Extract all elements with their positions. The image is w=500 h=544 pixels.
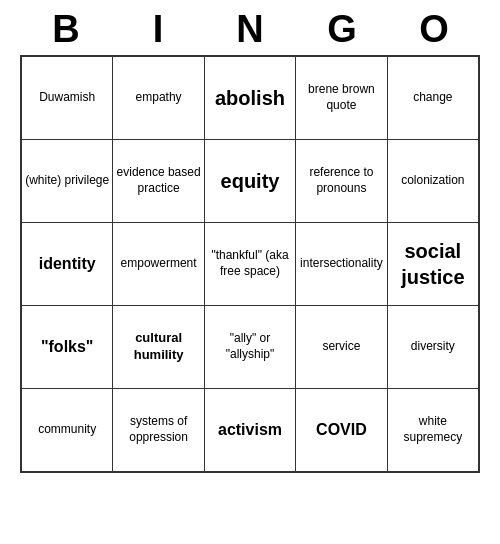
bingo-row: communitysystems of oppressionactivismCO… bbox=[22, 389, 478, 471]
bingo-cell: equity bbox=[205, 140, 296, 222]
bingo-cell: COVID bbox=[296, 389, 387, 471]
title-letter: B bbox=[36, 8, 96, 51]
bingo-cell: white supremecy bbox=[388, 389, 478, 471]
bingo-cell: community bbox=[22, 389, 113, 471]
title-letter: G bbox=[312, 8, 372, 51]
bingo-cell: brene brown quote bbox=[296, 57, 387, 139]
bingo-cell: "folks" bbox=[22, 306, 113, 388]
bingo-cell: activism bbox=[205, 389, 296, 471]
title-letter: O bbox=[404, 8, 464, 51]
bingo-cell: colonization bbox=[388, 140, 478, 222]
title-letter: I bbox=[128, 8, 188, 51]
bingo-cell: change bbox=[388, 57, 478, 139]
bingo-cell: empowerment bbox=[113, 223, 204, 305]
bingo-cell: intersectionality bbox=[296, 223, 387, 305]
bingo-cell: social justice bbox=[388, 223, 478, 305]
title-letter: N bbox=[220, 8, 280, 51]
bingo-cell: systems of oppression bbox=[113, 389, 204, 471]
bingo-row: "folks"cultural humility"ally" or "allys… bbox=[22, 306, 478, 389]
bingo-cell: Duwamish bbox=[22, 57, 113, 139]
bingo-cell: empathy bbox=[113, 57, 204, 139]
bingo-cell: diversity bbox=[388, 306, 478, 388]
bingo-cell: identity bbox=[22, 223, 113, 305]
bingo-cell: cultural humility bbox=[113, 306, 204, 388]
bingo-row: (white) privilegeevidence based practice… bbox=[22, 140, 478, 223]
bingo-row: identityempowerment"thankful" (aka free … bbox=[22, 223, 478, 306]
bingo-cell: (white) privilege bbox=[22, 140, 113, 222]
bingo-cell: service bbox=[296, 306, 387, 388]
bingo-grid: Duwamishempathyabolishbrene brown quotec… bbox=[20, 55, 480, 473]
bingo-row: Duwamishempathyabolishbrene brown quotec… bbox=[22, 57, 478, 140]
bingo-cell: "ally" or "allyship" bbox=[205, 306, 296, 388]
bingo-cell: reference to pronouns bbox=[296, 140, 387, 222]
bingo-cell: "thankful" (aka free space) bbox=[205, 223, 296, 305]
bingo-cell: evidence based practice bbox=[113, 140, 204, 222]
bingo-cell: abolish bbox=[205, 57, 296, 139]
bingo-title: BINGO bbox=[20, 0, 480, 55]
